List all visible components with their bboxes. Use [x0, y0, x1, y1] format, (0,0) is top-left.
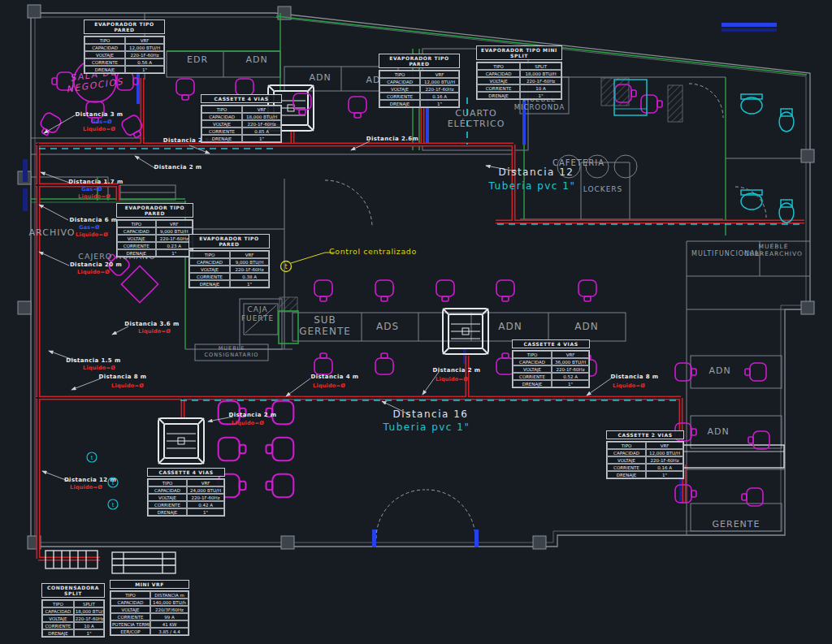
table-row: DRENAJE1" [148, 508, 224, 516]
table-cell-value: 1" [156, 249, 193, 257]
table-row: CAPACIDAD9,000 BTU/H [117, 227, 193, 235]
table-row: CORRIENTE0.42 A [148, 501, 224, 508]
table-cell-label: CAPACIDAD [148, 486, 187, 494]
table-cell-value: 10 A [520, 84, 561, 92]
table-cell-label: DRENAJE [379, 100, 420, 107]
table-cell-label: TIPO [117, 220, 156, 227]
table-cell-label: CAPACIDAD [110, 599, 150, 606]
table-cell-label: CAPACIDAD [117, 227, 156, 235]
table-title: CASSETTE 4 VIAS [201, 94, 282, 103]
table-title: MINI VRF [110, 580, 189, 589]
table-cell-label: CORRIENTE [117, 242, 156, 249]
spec-mini-vrf: MINI VRFTIPODISTANCIA mCAPACIDAD140,000 … [110, 580, 189, 636]
table-cell-value: VRF [552, 351, 589, 358]
table-cell-value: 1" [520, 92, 561, 99]
table-cell-value: 9,000 BTU/H [156, 227, 193, 235]
table-row: TIPOVRF [84, 37, 164, 44]
mini-vrf-unit-icon [112, 552, 176, 573]
table-cell-value: 1" [420, 100, 459, 107]
table-row: CORRIENTE0.56 A [84, 58, 164, 66]
spec-evaporador-pared-2: EVAPORADOR TIPO PAREDTIPOVRFCAPACIDAD12,… [379, 54, 460, 108]
table-cell-label: POTENCIA TERMICA [110, 620, 150, 628]
table-cell-label: DRENAJE [42, 629, 74, 637]
cad-floorplan-canvas[interactable]: t t t t SALA DE NEGOCIOSEDRADNADNADNCUAR… [0, 0, 832, 644]
table-cell-value: 3.85 / 4.4 [150, 628, 188, 635]
table-cell-label: CORRIENTE [148, 501, 187, 508]
table-cell-value: 12,000 BTU/H [646, 449, 683, 456]
table-cell-label: TIPO [379, 71, 420, 78]
table-row: TIPOVRF [189, 251, 269, 258]
table-cell-value: 0.42 A [187, 501, 224, 508]
table-row: TIPOVRF [148, 479, 224, 486]
table-row: CAPACIDAD18,000 BTU/H [42, 607, 104, 615]
spec-evaporador-minisplit: EVAPORADOR TIPO MINI SPLITTIPOSPLITCAPAC… [476, 45, 562, 100]
table-cell-value: 1" [230, 280, 269, 287]
table-cell-label: CORRIENTE [84, 58, 125, 66]
table-cell-value: 0.38 A [230, 273, 269, 280]
table-row: CAPACIDAD12,000 BTU/H [607, 449, 683, 456]
table-row: CAPACIDAD12,000 BTU/H [379, 78, 459, 85]
table-cell-value: 220-1F-60Hz [646, 456, 683, 464]
table-row: TIPOVRF [202, 106, 281, 113]
table-row: VOLTAJE220-1F-60Hz [379, 85, 459, 93]
table-row: CORRIENTE0.23 A [117, 242, 193, 249]
table-cell-label: VOLTAJE [607, 456, 646, 464]
table-row: VOLTAJE220-1F-60Hz [202, 120, 281, 128]
table-cell-label: VOLTAJE [84, 51, 125, 58]
table-cell-label: TIPO [477, 63, 520, 70]
table-row: CAPACIDAD12,000 BTU/H [84, 44, 164, 51]
table-cell-label: CAPACIDAD [477, 70, 520, 77]
table-row: CORRIENTE99 A [110, 613, 188, 620]
table-cell-value: 1" [646, 471, 683, 478]
table-cell-label: VOLTAJE [110, 606, 150, 613]
svg-text:t: t [112, 480, 115, 486]
table-row: VOLTAJE220-1F-60Hz [477, 77, 561, 84]
table-row: VOLTAJE220-1F-60Hz [607, 456, 683, 464]
table-row: CAPACIDAD24,000 BTU/H [148, 486, 224, 494]
table-cell-label: DRENAJE [189, 280, 230, 287]
table-cell-label: CORRIENTE [189, 273, 230, 280]
table-cell-value: 12,000 BTU/H [125, 44, 164, 51]
table-cell-value: 9,000 BTU/H [230, 258, 269, 266]
table-row: CORRIENTE10 A [42, 622, 104, 629]
table-cell-label: TIPO [42, 600, 74, 607]
table-cell-value: 1" [74, 629, 104, 637]
spec-cassette-4vias-3: CASSETTE 4 VIASTIPOVRFCAPACIDAD24,000 BT… [147, 468, 225, 516]
table-title: EVAPORADOR TIPO PARED [379, 54, 460, 68]
table-cell-label: TIPO [607, 442, 646, 449]
table-cell-label: CAPACIDAD [84, 44, 125, 51]
table-cell-value: VRF [230, 251, 269, 258]
table-row: DRENAJE1" [42, 629, 104, 637]
table-row: CORRIENTE10 A [477, 84, 561, 92]
table-row: POTENCIA TERMICA41 KW [110, 620, 188, 628]
table-cell-value: 1" [125, 66, 164, 73]
table-row: CORRIENTE0.52 A [513, 373, 589, 380]
table-cell-value: 12,000 BTU/H [420, 78, 459, 85]
sink-icon [741, 97, 762, 114]
table-cell-label: CORRIENTE [477, 84, 520, 92]
table-cell-label: TIPO [513, 351, 552, 358]
table-cell-label: VOLTAJE [117, 235, 156, 242]
table-row: VOLTAJE220-1F-60Hz [513, 365, 589, 373]
table-cell-label: CAPACIDAD [513, 358, 552, 365]
table-row: CAPACIDAD18,000 BTU/H [477, 70, 561, 77]
table-cell-label: VOLTAJE [477, 77, 520, 84]
table-row: VOLTAJE220/3F/60Hz [110, 606, 188, 613]
table-cell-value: 10 A [74, 622, 104, 629]
table-row: CAPACIDAD18,000 BTU/H [202, 113, 281, 120]
table-cell-label: CAPACIDAD [379, 78, 420, 85]
table-title: CASSETTE 4 VIAS [147, 468, 225, 477]
table-cell-label: CORRIENTE [42, 622, 74, 629]
table-row: TIPOVRF [607, 442, 683, 449]
table-row: CORRIENTE0.85 A [202, 128, 281, 135]
table-cell-value: VRF [646, 442, 683, 449]
table-cell-label: DRENAJE [84, 66, 125, 73]
table-cell-value: 220-1F-60Hz [156, 235, 193, 242]
table-cell-label: VOLTAJE [202, 120, 242, 128]
table-title: EVAPORADOR TIPO MINI SPLIT [476, 45, 562, 60]
table-cell-label: TIPO [110, 591, 150, 599]
table-row: CAPACIDAD140,000 BTU/h [110, 599, 188, 606]
table-cell-label: VOLTAJE [42, 615, 74, 622]
table-cell-value: 99 A [150, 613, 188, 620]
table-cell-value: 0.16 A [420, 93, 459, 100]
